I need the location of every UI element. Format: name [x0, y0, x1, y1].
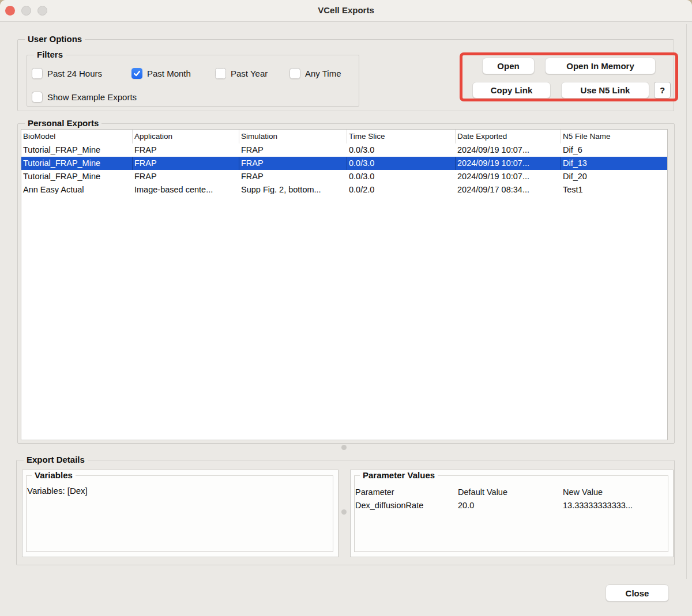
checkbox-label: Any Time	[305, 69, 341, 78]
checkbox-past-year[interactable]: Past Year	[215, 67, 268, 79]
cell-date-exported: 2024/09/19 10:07...	[455, 143, 561, 157]
cell-application: FRAP	[132, 170, 239, 183]
title-bar[interactable]: VCell Exports	[0, 0, 692, 22]
cell-application: Image-based cente...	[132, 183, 239, 196]
parameter-table-header: Parameter Default Value New Value	[355, 485, 670, 498]
variables-title: Variables	[32, 470, 76, 481]
column-header-simulation[interactable]: Simulation	[239, 130, 347, 143]
exports-table[interactable]: BioModel Application Simulation Time Sli…	[21, 129, 668, 440]
cell-default-value: 20.0	[458, 501, 563, 510]
parameter-values-panel: Parameter Values Parameter Default Value…	[350, 470, 674, 557]
table-header-row[interactable]: BioModel Application Simulation Time Sli…	[21, 130, 667, 143]
checkbox-any-time[interactable]: Any Time	[289, 67, 341, 79]
checkbox-label: Past 24 Hours	[47, 69, 102, 78]
cell-biomodel: Ann Easy Actual	[21, 183, 132, 196]
cell-date-exported: 2024/09/17 08:34...	[455, 183, 561, 196]
table-row[interactable]: Ann Easy Actual Image-based cente... Sup…	[21, 183, 667, 196]
cell-biomodel: Tutorial_FRAP_Mine	[21, 170, 132, 183]
checkbox-past-month[interactable]: Past Month	[131, 67, 191, 79]
checkbox-label: Past Year	[231, 69, 268, 78]
cell-simulation: Supp Fig. 2, bottom...	[239, 183, 347, 196]
filters-title: Filters	[34, 49, 66, 61]
personal-exports-title: Personal Exports	[25, 118, 101, 129]
checkbox-show-example-exports[interactable]: Show Example Exports	[32, 91, 137, 103]
checkbox-unchecked-icon[interactable]	[32, 92, 43, 103]
vertical-splitter-handle[interactable]	[341, 509, 347, 515]
open-in-memory-button[interactable]: Open In Memory	[545, 58, 656, 74]
checkbox-label: Past Month	[147, 69, 191, 78]
cell-simulation: FRAP	[239, 143, 347, 157]
table-row[interactable]: Tutorial_FRAP_Mine FRAP FRAP 0.0/3.0 202…	[21, 170, 667, 183]
variables-value: Variables: [Dex]	[27, 486, 88, 496]
parameter-values-table: Parameter Default Value New Value Dex_di…	[355, 485, 670, 512]
cell-parameter: Dex_diffusionRate	[355, 501, 458, 510]
column-header-new-value: New Value	[563, 487, 670, 497]
close-button[interactable]: Close	[606, 584, 669, 602]
cell-n5-file-name: Dif_13	[561, 157, 667, 170]
cell-application: FRAP	[132, 157, 239, 170]
cell-n5-file-name: Dif_20	[561, 170, 667, 183]
cell-simulation: FRAP	[239, 157, 347, 170]
export-details-title: Export Details	[24, 454, 88, 466]
variables-panel: Variables Variables: [Dex]	[22, 470, 339, 557]
use-n5-link-button[interactable]: Use N5 Link	[561, 82, 649, 99]
checkbox-unchecked-icon[interactable]	[32, 68, 43, 79]
checkbox-unchecked-icon[interactable]	[215, 68, 226, 79]
user-options-group: User Options Filters Past 24 Hours Past …	[17, 39, 674, 111]
column-header-default-value: Default Value	[458, 487, 563, 497]
cell-biomodel: Tutorial_FRAP_Mine	[21, 143, 132, 157]
cell-simulation: FRAP	[239, 170, 347, 183]
parameter-values-title: Parameter Values	[360, 470, 438, 481]
cell-date-exported: 2024/09/19 10:07...	[455, 170, 561, 183]
cell-new-value: 13.33333333333...	[563, 501, 670, 510]
checkbox-past-24-hours[interactable]: Past 24 Hours	[32, 67, 102, 79]
cell-time-slice: 0.0/3.0	[347, 143, 455, 157]
cell-n5-file-name: Test1	[561, 183, 667, 196]
column-header-date-exported[interactable]: Date Exported	[455, 130, 561, 143]
checkmark-icon	[133, 70, 141, 77]
column-header-biomodel[interactable]: BioModel	[21, 130, 132, 143]
open-button[interactable]: Open	[482, 58, 535, 74]
checkbox-unchecked-icon[interactable]	[289, 68, 300, 79]
content-right-edge	[686, 24, 687, 579]
column-header-time-slice[interactable]: Time Slice	[347, 130, 455, 143]
parameter-table-row[interactable]: Dex_diffusionRate 20.0 13.33333333333...	[355, 498, 670, 512]
vcell-exports-dialog: VCell Exports User Options Filters Past …	[0, 0, 692, 616]
cell-time-slice: 0.0/2.0	[347, 183, 455, 196]
cell-application: FRAP	[132, 143, 239, 157]
help-button[interactable]: ?	[654, 82, 671, 99]
column-header-n5-file-name[interactable]: N5 File Name	[561, 130, 667, 143]
table-row[interactable]: Tutorial_FRAP_Mine FRAP FRAP 0.0/3.0 202…	[21, 143, 667, 157]
cell-biomodel: Tutorial_FRAP_Mine	[21, 157, 132, 170]
checkbox-label: Show Example Exports	[47, 92, 137, 102]
column-header-parameter: Parameter	[355, 487, 458, 497]
filters-group: Filters Past 24 Hours Past Month Past Ye…	[27, 55, 359, 107]
cell-time-slice: 0.0/3.0	[347, 170, 455, 183]
copy-link-button[interactable]: Copy Link	[472, 82, 551, 99]
window-title: VCell Exports	[0, 5, 692, 15]
table-row-selected[interactable]: Tutorial_FRAP_Mine FRAP FRAP 0.0/3.0 202…	[21, 157, 667, 170]
cell-time-slice: 0.0/3.0	[347, 157, 455, 170]
column-header-application[interactable]: Application	[132, 130, 239, 143]
cell-date-exported: 2024/09/19 10:07...	[455, 157, 561, 170]
checkbox-checked-icon[interactable]	[131, 68, 142, 79]
horizontal-splitter-handle[interactable]	[341, 445, 347, 450]
user-options-title: User Options	[25, 33, 85, 45]
cell-n5-file-name: Dif_6	[561, 143, 667, 157]
